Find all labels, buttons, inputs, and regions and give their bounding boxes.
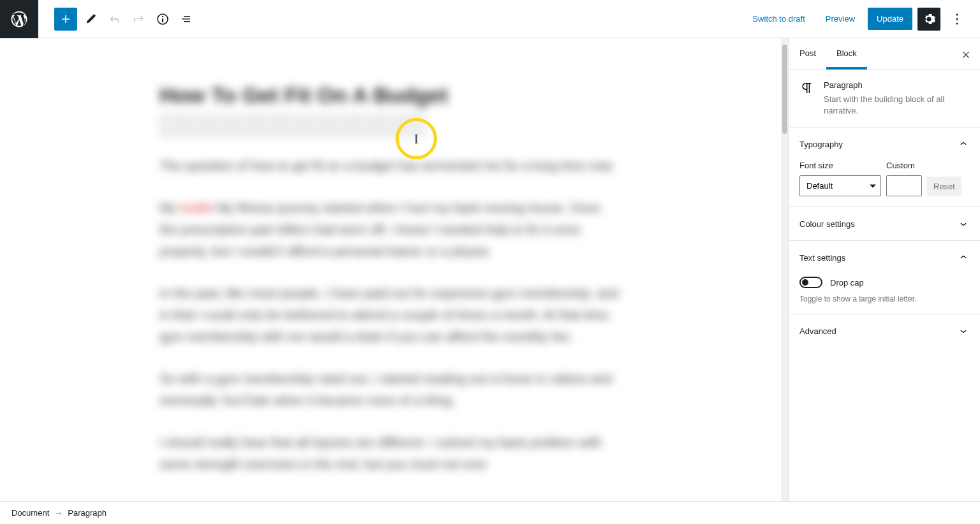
block-description: Start with the building block of all nar…	[824, 94, 970, 117]
close-sidebar-button[interactable]	[958, 47, 974, 62]
custom-size-label: Custom	[886, 161, 922, 170]
editor-scrollbar[interactable]	[781, 38, 789, 501]
paragraph-3: In the past, like most people, I have pa…	[160, 282, 619, 347]
preview-button[interactable]: Preview	[818, 8, 863, 30]
text-settings-panel-header[interactable]: Text settings	[789, 241, 980, 274]
redo-button[interactable]	[127, 8, 150, 31]
edit-mode-button[interactable]	[78, 8, 101, 31]
chevron-up-icon	[957, 251, 970, 264]
paragraph-1: The question of how to get fit on a budg…	[160, 155, 619, 177]
info-button[interactable]	[151, 8, 174, 31]
drop-cap-label: Drop cap	[830, 278, 864, 287]
post-title: How To Get Fit On A Budget	[160, 83, 706, 108]
paragraph-2: My toolkit My fitness journey started wh…	[160, 197, 619, 262]
block-toolbar-blurred	[160, 114, 706, 137]
breadcrumb: Document → Paragraph	[0, 501, 980, 524]
block-info-header: Paragraph Start with the building block …	[789, 70, 980, 127]
update-button[interactable]: Update	[868, 8, 912, 30]
advanced-panel-header[interactable]: Advanced	[789, 314, 980, 347]
advanced-panel: Advanced	[789, 314, 980, 347]
breadcrumb-separator: →	[54, 508, 63, 518]
paragraph-4: So with a gym membership ruled out, I st…	[160, 368, 619, 411]
gear-icon	[921, 11, 937, 27]
colour-panel-header[interactable]: Colour settings	[789, 207, 980, 240]
outline-button[interactable]	[175, 8, 198, 31]
undo-icon	[107, 11, 122, 27]
drop-cap-help: Toggle to show a large initial letter.	[789, 295, 980, 314]
colour-title: Colour settings	[799, 219, 855, 229]
wordpress-logo[interactable]	[0, 0, 38, 38]
breadcrumb-current[interactable]: Paragraph	[68, 508, 107, 518]
plus-icon	[58, 11, 73, 27]
typography-panel: Typography Font size Default Custom	[789, 127, 980, 207]
chevron-up-icon	[957, 138, 970, 150]
svg-point-2	[956, 22, 958, 24]
custom-size-input[interactable]	[886, 175, 922, 196]
chevron-down-icon	[957, 324, 970, 337]
breadcrumb-root[interactable]: Document	[11, 508, 49, 518]
wordpress-icon	[10, 10, 29, 29]
svg-point-0	[956, 13, 958, 15]
text-settings-title: Text settings	[799, 253, 845, 263]
settings-sidebar: Post Block Paragraph Start with the buil…	[789, 38, 980, 501]
text-settings-panel: Text settings Drop cap Toggle to show a …	[789, 240, 980, 314]
top-toolbar: Switch to draft Preview Update	[0, 0, 980, 38]
add-block-button[interactable]	[54, 8, 77, 31]
scrollbar-thumb[interactable]	[782, 45, 787, 134]
more-options-button[interactable]	[946, 8, 969, 31]
close-icon	[961, 50, 971, 60]
switch-to-draft-button[interactable]: Switch to draft	[745, 8, 812, 30]
blurred-document-content: How To Get Fit On A Budget The question …	[0, 38, 789, 501]
typography-title: Typography	[799, 140, 843, 149]
info-icon	[155, 11, 170, 27]
reset-button[interactable]: Reset	[927, 177, 961, 196]
paragraph-5: I should really hear that all injuries a…	[160, 432, 619, 475]
drop-cap-toggle[interactable]	[799, 277, 822, 288]
toolbar-left	[0, 0, 198, 38]
main-area: How To Get Fit On A Budget The question …	[0, 38, 980, 501]
font-size-label: Font size	[799, 161, 881, 170]
settings-toggle-button[interactable]	[917, 8, 940, 31]
advanced-title: Advanced	[799, 326, 836, 336]
redo-icon	[131, 11, 146, 27]
chevron-down-icon	[957, 217, 970, 230]
tab-block[interactable]: Block	[826, 38, 867, 69]
pencil-icon	[82, 11, 98, 27]
tab-post[interactable]: Post	[789, 38, 826, 69]
list-icon	[179, 11, 195, 27]
editor-canvas[interactable]: How To Get Fit On A Budget The question …	[0, 38, 789, 501]
typography-panel-header[interactable]: Typography	[789, 127, 980, 161]
toolbar-right: Switch to draft Preview Update	[745, 8, 980, 31]
block-name: Paragraph	[824, 80, 970, 90]
vertical-dots-icon	[949, 11, 965, 27]
sidebar-tabs: Post Block	[789, 38, 980, 70]
undo-button[interactable]	[103, 8, 126, 31]
font-size-select[interactable]: Default	[799, 175, 881, 196]
colour-panel: Colour settings	[789, 207, 980, 240]
svg-point-1	[956, 18, 958, 20]
paragraph-icon	[799, 80, 815, 96]
